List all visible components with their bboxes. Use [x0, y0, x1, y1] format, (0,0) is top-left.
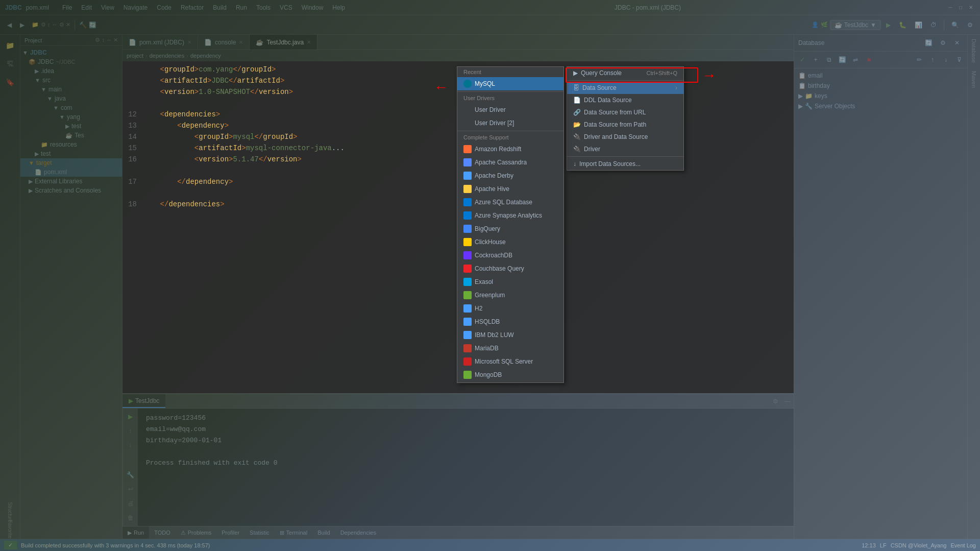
data-source-icon: 🗄: [573, 84, 579, 91]
line-content-16: <version>5.1.47</version>: [143, 155, 302, 163]
apache-derby-icon: [463, 172, 472, 180]
apache-cassandra-icon: [463, 158, 472, 166]
mongodb-icon: [463, 371, 472, 379]
line-content-3: <version>1.0-SNAPSHOT</version>: [143, 88, 293, 96]
h2-icon: [463, 304, 472, 313]
line-num-14: 14: [122, 133, 143, 141]
ibm-db2-icon: [463, 331, 472, 339]
ctx-query-console-label: Query Console: [581, 69, 622, 77]
ctx-query-console[interactable]: ▶ Query Console Ctrl+Shift+Q: [567, 67, 683, 79]
cockroachdb-icon: [463, 251, 472, 259]
ds-url-icon: 🔗: [573, 109, 581, 116]
clickhouse-icon: [463, 238, 472, 246]
line-num-16: 16: [122, 155, 143, 163]
exasol-icon: [463, 278, 472, 286]
ctx-item-mssql[interactable]: Microsoft SQL Server: [457, 355, 564, 368]
ctx-recent-header: Recent: [457, 67, 564, 77]
ctx-item-couchbase[interactable]: Couchbase Query: [457, 262, 564, 275]
ctx-item-user-driver[interactable]: User Driver: [457, 103, 564, 116]
ctx-sep-2: [457, 131, 564, 131]
mssql-icon: [463, 357, 472, 366]
line-content-17: </dependency>: [143, 178, 233, 186]
ctx-sep-main-2: [567, 156, 683, 157]
line-content-1: <groupId>com.yang</groupId>: [143, 65, 276, 74]
ctx-ddl-data-source[interactable]: 📄 DDL Data Source: [567, 94, 683, 106]
couchbase-icon: [463, 265, 472, 273]
ctx-item-oracle[interactable]: Oracle: [457, 381, 564, 383]
line-num-12: 12: [122, 110, 143, 118]
query-console-icon: ▶: [573, 69, 578, 77]
ctx-item-mongodb[interactable]: MongoDB: [457, 368, 564, 381]
driver-icon: 🔌: [573, 146, 581, 153]
ctx-item-h2[interactable]: H2: [457, 302, 564, 315]
ctx-item-apache-hive[interactable]: Apache Hive: [457, 182, 564, 196]
hsqldb-icon: [463, 318, 472, 326]
ds-path-icon: 📂: [573, 121, 581, 128]
query-console-shortcut: Ctrl+Shift+Q: [646, 70, 677, 76]
ctx-item-hsqldb[interactable]: HSQLDB: [457, 315, 564, 328]
apache-hive-icon: [463, 185, 472, 193]
ctx-item-apache-derby[interactable]: Apache Derby: [457, 169, 564, 182]
line-num-18: 18: [122, 200, 143, 208]
ctx-sep-1: [457, 91, 564, 92]
mariadb-icon: [463, 344, 472, 352]
ctx-item-cockroachdb[interactable]: CockroachDB: [457, 249, 564, 262]
ctx-item-azure-synapse[interactable]: Azure Synapse Analytics: [457, 209, 564, 222]
user-driver2-icon: [463, 119, 472, 127]
ctx-item-exasol[interactable]: Exasol: [457, 275, 564, 289]
ctx-data-source[interactable]: 🗄 Data Source ›: [567, 82, 683, 94]
greenplum-icon: [463, 291, 472, 299]
amazon-redshift-icon: [463, 145, 472, 153]
ctx-item-mariadb[interactable]: MariaDB: [457, 342, 564, 355]
ctx-ds-url-label: Data Source from URL: [584, 109, 646, 116]
user-driver-icon: [463, 106, 472, 114]
data-source-arrow: ›: [675, 84, 677, 91]
ddl-icon: 📄: [573, 97, 581, 104]
import-icon: ↓: [573, 160, 576, 167]
line-content-2: <artifactId>JDBC</artifactId>: [143, 77, 284, 85]
azure-sql-icon: [463, 198, 472, 206]
ctx-sep-main-1: [567, 80, 683, 81]
line-content-15: <artifactId>mysql-connector-java...: [143, 144, 345, 152]
ctx-item-user-driver2[interactable]: User Driver [2]: [457, 116, 564, 130]
line-num-17: 17: [122, 178, 143, 186]
ctx-item-apache-cassandra[interactable]: Apache Cassandra: [457, 156, 564, 169]
ctx-data-source-label: Data Source: [582, 84, 617, 91]
ctx-driver-ds-label: Driver and Data Source: [584, 133, 648, 140]
ctx-item-bigquery[interactable]: BigQuery: [457, 222, 564, 235]
ctx-item-mysql[interactable]: MySQL: [457, 77, 564, 90]
ctx-item-azure-sql[interactable]: Azure SQL Database: [457, 196, 564, 209]
ctx-ds-from-url[interactable]: 🔗 Data Source from URL: [567, 106, 683, 118]
ctx-item-ibm-db2[interactable]: IBM Db2 LUW: [457, 328, 564, 342]
line-num-13: 13: [122, 122, 143, 130]
line-content-12: <dependencies>: [143, 110, 220, 118]
context-menu-main: ▶ Query Console Ctrl+Shift+Q 🗄 Data Sour…: [567, 66, 684, 171]
ctx-complete-support-header: Complete Support: [457, 132, 564, 142]
ctx-ds-from-path[interactable]: 📂 Data Source from Path: [567, 118, 683, 131]
line-num-15: 15: [122, 144, 143, 152]
line-content-18: </dependencies>: [143, 200, 225, 208]
ctx-driver-ds[interactable]: 🔌 Driver and Data Source: [567, 131, 683, 143]
ctx-user-drivers-header: User Drivers: [457, 93, 564, 103]
ctx-driver-label: Driver: [584, 146, 600, 153]
azure-synapse-icon: [463, 211, 472, 220]
ctx-item-greenplum[interactable]: Greenplum: [457, 289, 564, 302]
driver-ds-icon: 🔌: [573, 133, 581, 140]
mysql-icon: [463, 80, 472, 88]
ctx-import-label: Import Data Sources...: [579, 160, 641, 167]
ctx-item-amazon-redshift[interactable]: Amazon Redshift: [457, 142, 564, 156]
ctx-item-clickhouse[interactable]: ClickHouse: [457, 235, 564, 249]
line-content-14: <groupId>mysql</groupId>: [143, 133, 298, 141]
bigquery-icon: [463, 225, 472, 233]
ctx-ds-path-label: Data Source from Path: [584, 121, 646, 128]
ctx-ddl-label: DDL Data Source: [584, 97, 632, 104]
ctx-import-ds[interactable]: ↓ Import Data Sources...: [567, 158, 683, 170]
line-content-13: <dependency>: [143, 122, 229, 130]
context-menu-recent: Recent MySQL User Drivers User Driver Us…: [457, 66, 564, 383]
ctx-driver[interactable]: 🔌 Driver: [567, 143, 683, 155]
